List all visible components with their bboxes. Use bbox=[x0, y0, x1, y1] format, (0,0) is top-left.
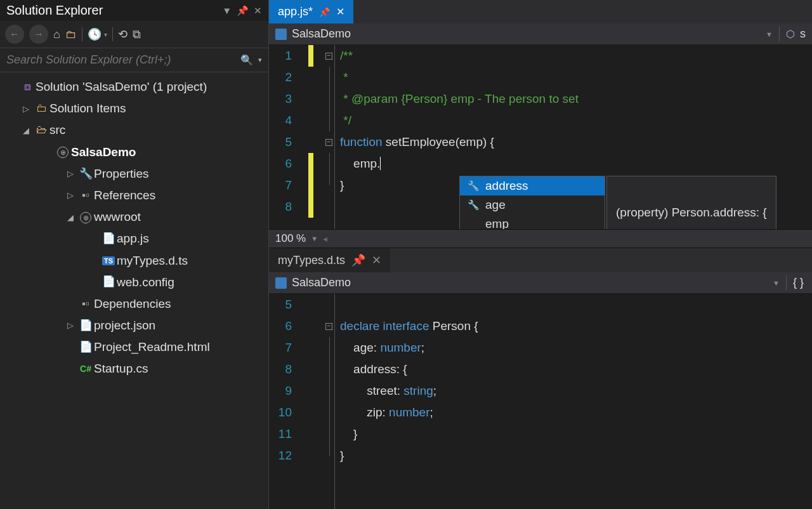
change-marks bbox=[308, 294, 324, 509]
outline-column[interactable]: − bbox=[324, 294, 335, 509]
tree-node-wwwroot[interactable]: ◢⊕wwwroot bbox=[1, 206, 267, 228]
tree-node-solution[interactable]: ⧈Solution 'SalsaDemo' (1 project) bbox=[1, 76, 267, 98]
completion-item[interactable]: emp bbox=[460, 215, 605, 229]
search-input[interactable] bbox=[4, 51, 238, 69]
tab-appjs[interactable]: app.js* 📌 ✕ bbox=[269, 0, 353, 23]
tree-label: References bbox=[94, 185, 155, 206]
editor-area: app.js* 📌 ✕ SalsaDemo ▼ ⬡ s 12345678 −− … bbox=[269, 0, 812, 509]
tab-label: myTypes.d.ts bbox=[278, 254, 345, 267]
tab-label: app.js* bbox=[278, 5, 313, 18]
code-editor-appjs[interactable]: 12345678 −− /** * * @param {Person} emp … bbox=[269, 45, 812, 229]
separator bbox=[82, 27, 82, 41]
tree-node-readme[interactable]: 📄Project_Readme.html bbox=[1, 336, 267, 358]
tree-label: Startup.cs bbox=[94, 358, 148, 380]
refresh-icon[interactable]: ⟲ bbox=[118, 27, 128, 41]
tree-label: Dependencies bbox=[94, 293, 171, 315]
tree-label: project.json bbox=[94, 315, 155, 336]
editor-tab-bar: app.js* 📌 ✕ bbox=[269, 0, 812, 23]
tree-node-src[interactable]: ◢🗁src bbox=[1, 119, 267, 141]
tree-label: Solution 'SalsaDemo' (1 project) bbox=[36, 76, 207, 98]
solution-explorer-toolbar: ← → ⌂ 🗀 🕓▾ ⟲ ⧉ bbox=[0, 21, 268, 48]
scroll-left-icon[interactable]: ◂ bbox=[323, 234, 327, 244]
outline-column[interactable]: −− bbox=[324, 45, 335, 229]
zoom-dropdown-icon[interactable]: ▼ bbox=[311, 235, 318, 242]
solution-explorer-header: Solution Explorer ▼ 📌 ✕ bbox=[0, 0, 268, 21]
sync-folder-icon[interactable]: 🗀 bbox=[65, 28, 77, 41]
chevron-down-icon: ▼ bbox=[766, 30, 773, 38]
solution-explorer: Solution Explorer ▼ 📌 ✕ ← → ⌂ 🗀 🕓▾ ⟲ ⧉ 🔍… bbox=[0, 0, 269, 509]
close-icon[interactable]: ✕ bbox=[336, 6, 344, 18]
nav-project-label: SalsaDemo bbox=[292, 276, 351, 289]
solution-explorer-title: Solution Explorer bbox=[6, 3, 222, 18]
tree-label: src bbox=[49, 119, 65, 141]
signature-tooltip: (property) Person.address: { street: str… bbox=[606, 176, 776, 229]
completion-item[interactable]: 🔧address bbox=[460, 176, 605, 195]
tab-mytypes[interactable]: myTypes.d.ts 📌 ✕ bbox=[269, 248, 390, 272]
nav-project-dropdown[interactable]: SalsaDemo ▼ bbox=[269, 272, 786, 293]
tree-label: myTypes.d.ts bbox=[117, 250, 188, 272]
project-icon bbox=[275, 29, 287, 40]
forward-icon[interactable]: → bbox=[29, 25, 48, 44]
nav-scope-dropdown[interactable]: { } bbox=[787, 272, 812, 293]
code-content[interactable]: declare interface Person { age: number; … bbox=[335, 294, 812, 509]
completion-label: address bbox=[485, 179, 528, 193]
line-number-gutter: 12345678 bbox=[269, 45, 308, 229]
tree-label: Project_Readme.html bbox=[94, 336, 210, 358]
pin-icon[interactable]: 📌 bbox=[351, 253, 365, 267]
tree-label: Properties bbox=[94, 163, 149, 185]
tree-label: SalsaDemo bbox=[71, 142, 136, 163]
pin-icon[interactable]: 📌 bbox=[237, 5, 249, 17]
tree-label: Solution Items bbox=[49, 98, 126, 119]
tree-node-webconfig[interactable]: 📄web.config bbox=[1, 272, 267, 293]
pending-changes-icon[interactable]: 🕓 bbox=[88, 27, 102, 41]
cube-icon: ⬡ bbox=[786, 28, 795, 40]
search-icon[interactable]: 🔍 bbox=[238, 54, 256, 66]
tree-label: wwwroot bbox=[94, 206, 141, 228]
completion-label: age bbox=[485, 198, 506, 212]
braces-icon: { } bbox=[793, 276, 804, 289]
close-icon[interactable]: ✕ bbox=[372, 253, 381, 267]
navigation-bar-2: SalsaDemo ▼ { } bbox=[269, 272, 812, 294]
tree-node-project[interactable]: ⊕SalsaDemo bbox=[1, 142, 267, 163]
tree-node-appjs[interactable]: 📄app.js bbox=[1, 228, 267, 249]
chevron-down-icon: ▼ bbox=[773, 279, 780, 287]
home-icon[interactable]: ⌂ bbox=[53, 28, 60, 41]
separator bbox=[112, 27, 113, 41]
tree-label: web.config bbox=[117, 272, 174, 293]
zoom-bar: 100 % ▼ ◂ bbox=[269, 229, 812, 248]
collapse-all-icon[interactable]: ⧉ bbox=[133, 28, 141, 41]
tree-node-properties[interactable]: ▷🔧Properties bbox=[1, 163, 267, 185]
editor-tab-bar-2: myTypes.d.ts 📌 ✕ bbox=[269, 248, 812, 272]
completion-item[interactable]: 🔧age bbox=[460, 195, 605, 215]
nav-project-dropdown[interactable]: SalsaDemo ▼ bbox=[269, 23, 779, 44]
project-icon bbox=[275, 277, 287, 289]
pin-icon[interactable]: 📌 bbox=[319, 7, 330, 17]
tree-node-solution-items[interactable]: ▷🗀Solution Items bbox=[1, 98, 267, 119]
solution-explorer-search: 🔍 ▾ bbox=[0, 48, 268, 72]
tree-node-projectjson[interactable]: ▷📄project.json bbox=[1, 315, 267, 336]
tree-node-startup[interactable]: C#Startup.cs bbox=[1, 358, 267, 380]
code-editor-mytypes[interactable]: 56789101112 − declare interface Person {… bbox=[269, 294, 812, 509]
search-dropdown-icon[interactable]: ▾ bbox=[256, 56, 265, 64]
nav-project-label: SalsaDemo bbox=[292, 27, 351, 41]
completion-label: emp bbox=[485, 217, 509, 229]
property-icon: 🔧 bbox=[468, 199, 479, 211]
property-icon: 🔧 bbox=[468, 180, 479, 192]
close-icon[interactable]: ✕ bbox=[254, 5, 262, 17]
tree-node-references[interactable]: ▷▪▫References bbox=[1, 185, 267, 206]
tree-node-mytypes[interactable]: TSmyTypes.d.ts bbox=[1, 250, 267, 272]
zoom-level[interactable]: 100 % bbox=[275, 232, 306, 245]
change-marks bbox=[308, 45, 324, 229]
solution-tree: ⧈Solution 'SalsaDemo' (1 project) ▷🗀Solu… bbox=[0, 72, 268, 384]
tree-label: app.js bbox=[117, 228, 149, 249]
intellisense-popup[interactable]: 🔧address 🔧age emp setEmployee bbox=[459, 176, 605, 229]
nav-member-dropdown[interactable]: ⬡ s bbox=[780, 23, 812, 44]
line-number-gutter: 56789101112 bbox=[269, 294, 308, 509]
window-options-icon[interactable]: ▼ bbox=[222, 5, 232, 16]
navigation-bar: SalsaDemo ▼ ⬡ s bbox=[269, 23, 812, 45]
tree-node-dependencies[interactable]: ▪▫Dependencies bbox=[1, 293, 267, 315]
back-icon[interactable]: ← bbox=[5, 25, 24, 44]
